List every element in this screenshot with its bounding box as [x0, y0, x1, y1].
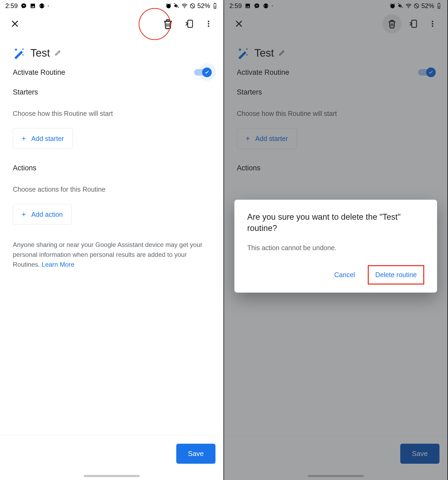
plus-icon: + [22, 134, 26, 143]
messenger-icon [21, 3, 27, 9]
svg-rect-16 [412, 20, 417, 27]
wifi-icon [181, 3, 188, 9]
svg-point-1 [184, 7, 185, 8]
add-starter-label: Add starter [255, 135, 288, 143]
close-button[interactable] [5, 14, 25, 33]
status-time: 2:59 [229, 2, 242, 10]
add-action-button[interactable]: + Add action [13, 204, 72, 225]
nav-pill[interactable] [308, 475, 364, 477]
wifi-icon [405, 3, 412, 9]
activate-routine-toggle[interactable] [418, 67, 435, 77]
nav-pill[interactable] [84, 475, 140, 477]
no-signal-icon [413, 3, 420, 9]
learn-more-link[interactable]: Learn More [42, 261, 74, 268]
svg-rect-5 [214, 6, 216, 8]
add-action-label: Add action [31, 211, 63, 218]
phone-screen-right: 2:59 • 52% [224, 0, 448, 480]
svg-point-8 [208, 23, 209, 25]
svg-rect-6 [188, 20, 193, 27]
battery-percent: 52% [421, 2, 434, 10]
dialog-title: Are you sure you want to delete the "Tes… [247, 211, 424, 234]
svg-rect-14 [438, 3, 439, 3]
svg-rect-4 [214, 3, 215, 3]
nav-bar [0, 472, 223, 480]
cancel-button[interactable]: Cancel [328, 266, 362, 284]
svg-point-19 [432, 25, 433, 27]
alarm-icon [165, 3, 172, 9]
svg-point-18 [432, 23, 433, 25]
svg-rect-15 [438, 6, 440, 8]
save-button[interactable]: Save [400, 444, 439, 464]
overflow-menu-button[interactable] [423, 14, 442, 33]
actions-heading: Actions [237, 164, 435, 172]
delete-routine-button[interactable]: Delete routine [368, 265, 424, 285]
messenger-icon [254, 3, 260, 9]
footer-bar: Save [0, 435, 223, 472]
no-signal-icon [189, 3, 196, 9]
main-content: Test Activate Routine Starters Choose ho… [0, 36, 223, 435]
baseball-icon [39, 3, 45, 9]
routine-title: Test [30, 47, 50, 59]
add-starter-button[interactable]: + Add starter [13, 128, 73, 149]
edit-name-button[interactable] [279, 50, 285, 56]
starters-subtext: Choose how this Routine will start [13, 110, 211, 117]
disclaimer-text: Anyone sharing or near your Google Assis… [13, 240, 211, 270]
magic-wand-icon [237, 46, 250, 59]
footer-bar: Save [224, 435, 447, 472]
svg-point-0 [39, 3, 44, 8]
delete-confirm-dialog: Are you sure you want to delete the "Tes… [234, 200, 437, 293]
status-bar: 2:59 • 52% [224, 0, 447, 12]
actions-heading: Actions [13, 164, 211, 172]
svg-point-7 [208, 21, 209, 22]
mute-icon [173, 3, 180, 9]
magic-wand-icon [13, 46, 26, 59]
status-time: 2:59 [5, 2, 18, 10]
status-dot: • [48, 4, 49, 8]
svg-point-10 [263, 3, 268, 8]
add-to-home-button[interactable] [404, 14, 423, 33]
gallery-icon [245, 3, 251, 9]
svg-point-11 [408, 7, 409, 8]
nav-bar [224, 472, 447, 480]
alarm-icon [389, 3, 396, 9]
routine-title: Test [254, 47, 274, 59]
gallery-icon [30, 3, 36, 9]
dialog-body: This action cannot be undone. [247, 244, 424, 252]
edit-name-button[interactable] [55, 50, 61, 56]
mute-icon [397, 3, 404, 9]
baseball-icon [263, 3, 269, 9]
battery-icon [436, 3, 442, 9]
status-bar: 2:59 • 52% [0, 0, 223, 12]
activate-routine-toggle[interactable] [194, 67, 211, 77]
activate-routine-label: Activate Routine [13, 68, 65, 77]
starters-heading: Starters [13, 88, 211, 96]
plus-icon: + [22, 210, 26, 219]
app-bar [0, 12, 223, 36]
add-starter-button[interactable]: + Add starter [237, 128, 297, 149]
close-button[interactable] [229, 14, 249, 33]
add-to-home-button[interactable] [180, 14, 199, 33]
actions-subtext: Choose actions for this Routine [13, 186, 211, 193]
activate-routine-label: Activate Routine [237, 68, 289, 77]
phone-screen-left: 2:59 • 52% [0, 0, 224, 480]
overflow-menu-button[interactable] [199, 14, 218, 33]
plus-icon: + [246, 134, 250, 143]
add-starter-label: Add starter [31, 135, 64, 143]
status-dot: • [272, 4, 273, 8]
delete-button[interactable] [382, 14, 402, 33]
starters-subtext: Choose how this Routine will start [237, 110, 435, 117]
svg-point-9 [208, 25, 209, 27]
delete-button[interactable] [158, 14, 178, 33]
save-button[interactable]: Save [176, 444, 215, 464]
battery-percent: 52% [197, 2, 210, 10]
starters-heading: Starters [237, 88, 435, 96]
svg-point-17 [432, 21, 433, 22]
app-bar [224, 12, 447, 36]
battery-icon [212, 3, 218, 9]
